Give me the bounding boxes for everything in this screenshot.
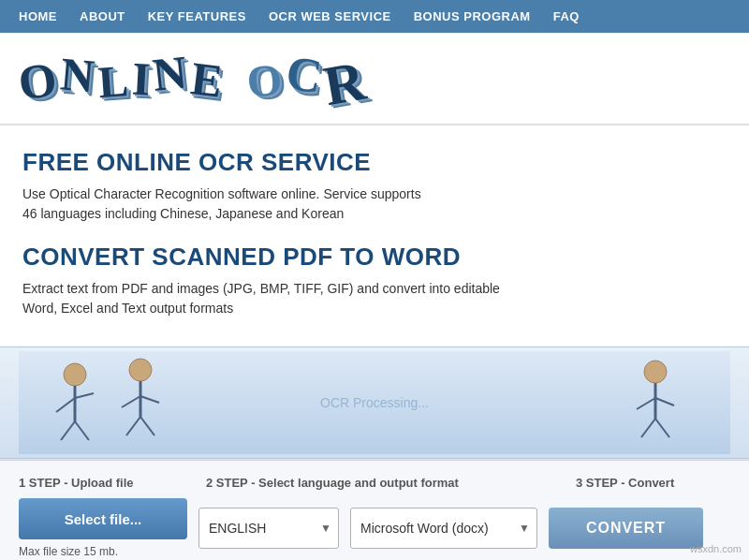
format-select[interactable]: Microsoft Word (docx) Microsoft Excel (x… bbox=[350, 508, 537, 549]
subtitle-text: Use Optical Character Recognition softwa… bbox=[22, 184, 727, 224]
logo-char-i: I bbox=[130, 51, 154, 116]
logo-char-n: N bbox=[58, 46, 99, 113]
step2-label-col: 2 STEP - Select language and output form… bbox=[206, 474, 576, 491]
language-dropdown-wrap: ENGLISH FRENCH GERMAN SPANISH ITALIAN PO… bbox=[198, 508, 339, 549]
banner-illustration: OCR Processing... bbox=[19, 351, 730, 454]
logo-char-e: E bbox=[187, 51, 228, 119]
header: O N L I N E O C R bbox=[0, 33, 749, 125]
subtitle-line2: 46 languages including Chinese, Japanese… bbox=[22, 206, 344, 221]
section-line1: Extract text from PDF and images (JPG, B… bbox=[22, 281, 500, 296]
site-logo: O N L I N E O C R bbox=[19, 50, 367, 114]
logo-char-o2: O bbox=[244, 52, 286, 120]
step2-label: 2 STEP - Select language and output form… bbox=[206, 476, 459, 490]
format-dropdown-wrap: Microsoft Word (docx) Microsoft Excel (x… bbox=[350, 508, 537, 549]
nav-about[interactable]: ABOUT bbox=[80, 9, 125, 23]
main-title: FREE ONLINE OCR SERVICE bbox=[22, 148, 727, 177]
select-file-button[interactable]: Select file... bbox=[19, 498, 187, 539]
svg-point-7 bbox=[129, 359, 152, 381]
svg-point-14 bbox=[644, 361, 667, 383]
nav-home[interactable]: HOME bbox=[19, 9, 57, 23]
section-line2: Word, Excel and Text output formats bbox=[22, 301, 233, 316]
step3-label-col: 3 STEP - Convert bbox=[576, 474, 730, 491]
logo-container: O N L I N E O C R bbox=[19, 50, 730, 114]
nav-key-features[interactable]: KEY FEATURES bbox=[148, 9, 246, 23]
section-text: Extract text from PDF and images (JPG, B… bbox=[22, 279, 727, 318]
watermark: wsxdn.com bbox=[690, 543, 742, 554]
svg-point-1 bbox=[64, 363, 86, 386]
logo-char-o: O bbox=[15, 51, 64, 120]
step1-control: Select file... Max file size 15 mb. bbox=[19, 498, 187, 558]
nav-ocr-web-service[interactable]: OCR WEB SERVICE bbox=[269, 9, 391, 23]
convert-button[interactable]: CONVERT bbox=[549, 508, 703, 549]
subtitle-line1: Use Optical Character Recognition softwa… bbox=[22, 186, 421, 201]
banner-area: OCR Processing... bbox=[0, 346, 749, 459]
language-select[interactable]: ENGLISH FRENCH GERMAN SPANISH ITALIAN PO… bbox=[198, 508, 339, 549]
nav-bonus-program[interactable]: BONUS PROGRAM bbox=[414, 9, 531, 23]
main-nav: HOME ABOUT KEY FEATURES OCR WEB SERVICE … bbox=[0, 0, 749, 33]
logo-char-n2: N bbox=[150, 44, 192, 112]
step3-label: 3 STEP - Convert bbox=[576, 476, 674, 490]
main-content: FREE ONLINE OCR SERVICE Use Optical Char… bbox=[0, 125, 749, 328]
section-title: CONVERT SCANNED PDF TO WORD bbox=[22, 243, 727, 272]
step1-label-col: 1 STEP - Upload file bbox=[19, 474, 206, 491]
step1-label: 1 STEP - Upload file bbox=[19, 476, 134, 490]
steps-controls-row: Select file... Max file size 15 mb. ENGL… bbox=[19, 491, 730, 560]
steps-bar: 1 STEP - Upload file 2 STEP - Select lan… bbox=[0, 460, 749, 560]
nav-faq[interactable]: FAQ bbox=[553, 9, 580, 23]
max-file-text: Max file size 15 mb. bbox=[19, 545, 187, 558]
logo-char-l: L bbox=[96, 54, 133, 121]
logo-char-r: R bbox=[319, 49, 373, 120]
svg-text:OCR Processing...: OCR Processing... bbox=[320, 395, 429, 410]
steps-labels-row: 1 STEP - Upload file 2 STEP - Select lan… bbox=[19, 474, 730, 491]
